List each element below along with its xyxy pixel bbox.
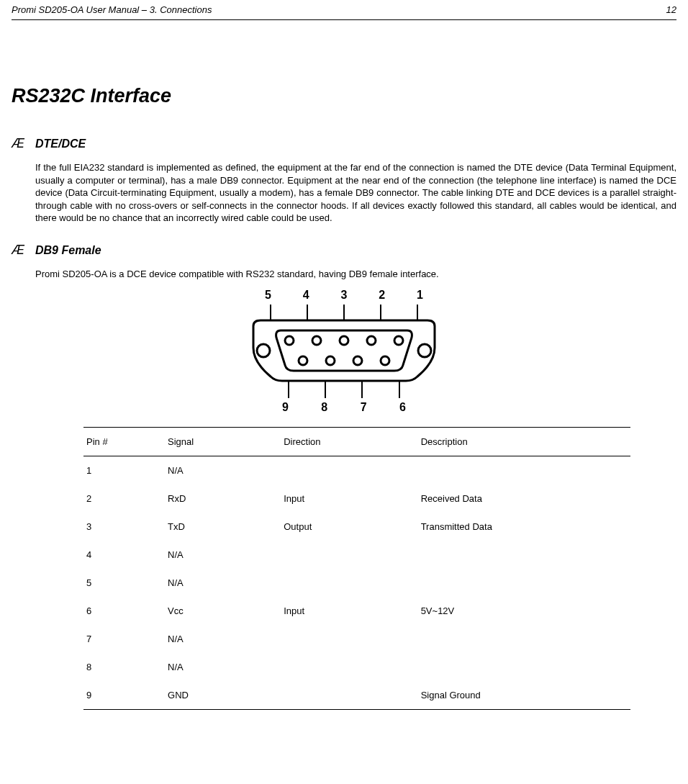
cell-description (418, 541, 630, 569)
table-header-row: Pin # Signal Direction Description (83, 428, 630, 456)
svg-point-9 (257, 344, 270, 357)
db9-bottom-pin-labels: 9 8 7 6 (250, 398, 438, 414)
bullet-icon: Æ (12, 136, 35, 151)
cell-signal: N/A (165, 569, 281, 597)
svg-point-17 (326, 356, 335, 365)
cell-signal: N/A (165, 653, 281, 681)
svg-point-16 (299, 356, 307, 365)
cell-direction (281, 625, 417, 653)
cell-pin: 1 (83, 456, 165, 485)
table-row: 3 TxD Output Transmitted Data (83, 513, 630, 541)
cell-direction (281, 456, 417, 485)
pin-label: 1 (417, 289, 423, 302)
cell-description (418, 653, 630, 681)
section-body: Promi SD205-OA is a DCE device compatibl… (35, 268, 676, 281)
db9-diagram: 5 4 3 2 1 (12, 289, 676, 414)
pin-table: Pin # Signal Direction Description 1 N/A (83, 427, 630, 710)
cell-signal: N/A (165, 625, 281, 653)
cell-direction (281, 541, 417, 569)
pin-label: 3 (341, 289, 348, 302)
pin-label: 8 (321, 401, 327, 414)
cell-description: Transmitted Data (418, 513, 630, 541)
cell-direction (281, 653, 417, 681)
header-page-number: 12 (666, 4, 676, 15)
cell-pin: 7 (83, 625, 165, 653)
header-title: Promi SD205-OA User Manual – 3. Connecti… (12, 4, 212, 15)
cell-description: Received Data (418, 485, 630, 513)
section-heading: DTE/DCE (35, 138, 86, 150)
cell-pin: 9 (83, 681, 165, 710)
section-db9-female: Æ DB9 Female Promi SD205-OA is a DCE dev… (12, 243, 676, 711)
section-heading: DB9 Female (35, 244, 101, 257)
cell-signal: GND (165, 681, 281, 710)
cell-direction (281, 569, 417, 597)
section-body: If the full EIA232 standard is implement… (35, 161, 676, 225)
cell-direction: Input (281, 485, 417, 513)
cell-pin: 8 (83, 653, 165, 681)
table-row: 4 N/A (83, 541, 630, 569)
cell-signal: N/A (165, 541, 281, 569)
cell-pin: 3 (83, 513, 165, 541)
section-heading-row: Æ DTE/DCE (12, 136, 676, 151)
table-row: 5 N/A (83, 569, 630, 597)
svg-point-15 (394, 336, 403, 345)
svg-point-19 (381, 356, 389, 365)
svg-point-12 (312, 336, 321, 345)
col-header-description: Description (418, 428, 630, 456)
section-heading-row: Æ DB9 Female (12, 243, 676, 258)
table-row: 6 Vcc Input 5V~12V (83, 597, 630, 625)
cell-pin: 2 (83, 485, 165, 513)
col-header-pin: Pin # (83, 428, 165, 456)
cell-description (418, 456, 630, 485)
table-row: 2 RxD Input Received Data (83, 485, 630, 513)
cell-pin: 6 (83, 597, 165, 625)
cell-pin: 4 (83, 541, 165, 569)
table-row: 9 GND Signal Ground (83, 681, 630, 710)
svg-point-14 (367, 336, 376, 345)
db9-diagram-inner: 5 4 3 2 1 (250, 289, 438, 414)
section-dte-dce: Æ DTE/DCE If the full EIA232 standard is… (12, 136, 676, 225)
col-header-direction: Direction (281, 428, 417, 456)
page-header: Promi SD205-OA User Manual – 3. Connecti… (12, 0, 676, 20)
svg-point-11 (285, 336, 294, 345)
cell-direction (281, 681, 417, 710)
cell-description: Signal Ground (418, 681, 630, 710)
svg-point-10 (418, 344, 431, 357)
pin-label: 4 (303, 289, 309, 302)
cell-description: 5V~12V (418, 597, 630, 625)
cell-description (418, 569, 630, 597)
db9-top-pin-labels: 5 4 3 2 1 (250, 289, 438, 305)
col-header-signal: Signal (165, 428, 281, 456)
page: Promi SD205-OA User Manual – 3. Connecti… (0, 0, 688, 784)
page-title: RS232C Interface (12, 85, 676, 107)
pin-label: 9 (282, 401, 289, 414)
svg-point-18 (353, 356, 362, 365)
pin-label: 7 (361, 401, 367, 414)
pin-label: 6 (399, 401, 406, 414)
cell-direction: Output (281, 513, 417, 541)
table-row: 8 N/A (83, 653, 630, 681)
cell-signal: RxD (165, 485, 281, 513)
cell-direction: Input (281, 597, 417, 625)
cell-signal: Vcc (165, 597, 281, 625)
table-row: 1 N/A (83, 456, 630, 485)
pin-label: 5 (265, 289, 271, 302)
pin-label: 2 (379, 289, 385, 302)
cell-signal: TxD (165, 513, 281, 541)
db9-connector-icon (250, 305, 438, 398)
table-row: 7 N/A (83, 625, 630, 653)
bullet-icon: Æ (12, 243, 35, 258)
cell-pin: 5 (83, 569, 165, 597)
pin-table-container: Pin # Signal Direction Description 1 N/A (83, 427, 630, 710)
cell-signal: N/A (165, 456, 281, 485)
svg-point-13 (340, 336, 348, 345)
cell-description (418, 625, 630, 653)
